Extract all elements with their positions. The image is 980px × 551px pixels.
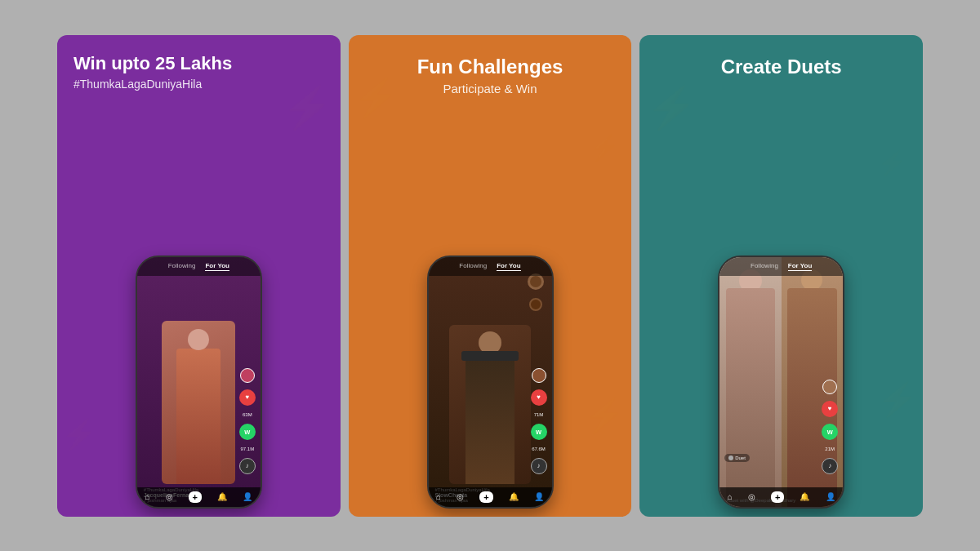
card-orange-header: Fun Challenges Participate & Win — [349, 35, 632, 104]
person-icon-orange: 👤 — [534, 492, 544, 501]
side-actions-teal: ♥ w 21M ♪ — [822, 380, 838, 474]
card-teal-header: Create Duets — [639, 35, 923, 91]
phone-nav-bottom-teal: ⌂ ◎ + 🔔 👤 — [719, 487, 843, 507]
plus-icon-purple: + — [189, 491, 202, 503]
phone-screen-purple: Following For You ♥ 63M w 97.1M ♪ # — [137, 257, 261, 507]
phone-nav-top-purple: Following For You — [137, 257, 261, 276]
card-teal-title: Create Duets — [656, 56, 906, 79]
person-icon-purple: 👤 — [243, 492, 252, 501]
following-tab-orange: Following — [459, 262, 487, 271]
phone-mockup-purple: Following For You ♥ 63M w 97.1M ♪ # — [136, 256, 262, 509]
phone-mockup-orange: Following For You ♥ 71M w 67.6M ♪ # — [427, 256, 554, 509]
card-purple-title: Win upto 25 Lakhs — [74, 53, 324, 74]
share-btn-orange: w — [531, 424, 547, 440]
phone-screen-teal: Following For You ♥ w 21M ♪ Duet — [719, 257, 843, 507]
phone-mockup-teal: Following For You ♥ w 21M ♪ Duet — [718, 256, 844, 509]
share-btn-purple: w — [239, 424, 256, 440]
card-orange-subtitle: Participate & Win — [365, 82, 616, 96]
bell-icon-purple: 🔔 — [217, 492, 227, 501]
phone-nav-bottom-orange: ⌂ ◎ + 🔔 👤 — [429, 487, 552, 507]
share-btn-teal: w — [822, 424, 838, 440]
duet-dot — [728, 455, 733, 460]
person-icon-teal: 👤 — [826, 492, 835, 501]
music-btn-teal: ♪ — [822, 458, 838, 474]
foryou-tab-orange: For You — [497, 262, 520, 271]
home-icon-teal: ⌂ — [728, 492, 733, 501]
search-icon-orange: ◎ — [457, 492, 464, 501]
phone-area-orange: Following For You ♥ 71M w 67.6M ♪ # — [349, 104, 632, 516]
side-actions-purple: ♥ 63M w 97.1M ♪ — [239, 368, 256, 474]
bell-icon-orange: 🔔 — [509, 492, 519, 501]
search-icon-teal: ◎ — [748, 492, 755, 501]
foryou-tab-teal: For You — [788, 262, 812, 271]
heart-btn-teal: ♥ — [822, 401, 838, 417]
phone-nav-top-orange: Following For You — [429, 257, 552, 276]
heart-count-orange: 71M — [534, 412, 544, 417]
card-orange-title: Fun Challenges — [365, 56, 616, 79]
card-teal: ⚡ ⚡ ⚡ Create Duets — [639, 35, 923, 517]
heart-btn-orange: ♥ — [531, 389, 547, 406]
duet-text: Duet — [735, 455, 746, 460]
card-orange: ⚡ ⚡ ⚡ Fun Challenges Participate & Win — [349, 35, 632, 517]
home-icon-purple: ⌂ — [145, 492, 149, 501]
share-count-purple: 97.1M — [240, 447, 254, 451]
phone-screen-orange: Following For You ♥ 71M w 67.6M ♪ # — [429, 257, 552, 507]
duet-label: Duet — [724, 454, 750, 462]
side-actions-orange: ♥ 71M w 67.6M ♪ — [531, 368, 547, 474]
following-tab-purple: Following — [168, 262, 196, 271]
card-purple-header: Win upto 25 Lakhs #ThumkaLagaDuniyaHila — [57, 35, 341, 99]
phone-nav-top-teal: Following For You — [719, 257, 843, 276]
heart-btn-purple: ♥ — [239, 389, 256, 406]
app-banner: ⚡ ⚡ Win upto 25 Lakhs #ThumkaLagaDuniyaH… — [57, 35, 923, 517]
home-icon-orange: ⌂ — [436, 492, 441, 501]
music-btn-purple: ♪ — [239, 458, 256, 474]
phone-nav-bottom-purple: ⌂ ◎ + 🔔 👤 — [137, 487, 261, 507]
share-count-orange: 67.6M — [532, 447, 546, 451]
phone-area-teal: Following For You ♥ w 21M ♪ Duet — [639, 90, 923, 516]
card-purple: ⚡ ⚡ Win upto 25 Lakhs #ThumkaLagaDuniyaH… — [57, 35, 341, 517]
card-purple-subtitle: #ThumkaLagaDuniyaHila — [74, 78, 324, 91]
music-btn-orange: ♪ — [531, 458, 547, 474]
heart-count-purple: 63M — [243, 412, 252, 417]
phone-area-purple: Following For You ♥ 63M w 97.1M ♪ # — [57, 99, 341, 517]
bell-icon-teal: 🔔 — [800, 492, 809, 501]
plus-icon-orange: + — [479, 491, 492, 503]
foryou-tab-purple: For You — [205, 262, 229, 271]
search-icon-purple: ◎ — [166, 492, 173, 501]
plus-icon-teal: + — [771, 491, 784, 503]
following-tab-teal: Following — [751, 262, 778, 271]
share-count-teal: 21M — [825, 447, 835, 451]
duet-left — [719, 257, 782, 507]
